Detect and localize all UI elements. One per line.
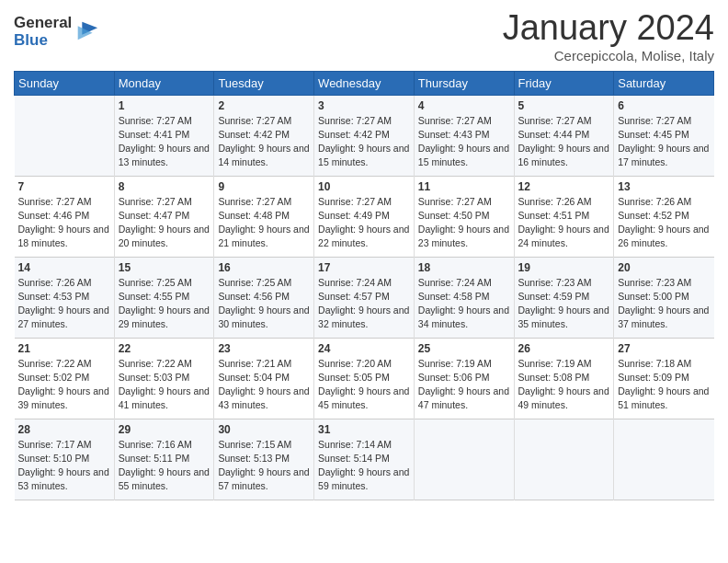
day-number: 3	[318, 99, 410, 112]
cell-text: Sunrise: 7:22 AMSunset: 5:03 PMDaylight:…	[119, 358, 210, 411]
cell-text: Sunrise: 7:19 AMSunset: 5:08 PMDaylight:…	[518, 358, 609, 411]
location: Cercepiccola, Molise, Italy	[503, 48, 714, 63]
day-number: 18	[418, 261, 510, 274]
calendar-cell: 10Sunrise: 7:27 AMSunset: 4:49 PMDayligh…	[314, 176, 415, 257]
calendar-week-row: 14Sunrise: 7:26 AMSunset: 4:53 PMDayligh…	[15, 257, 714, 338]
day-number: 23	[218, 342, 310, 355]
day-number: 6	[618, 99, 710, 112]
cell-text: Sunrise: 7:25 AMSunset: 4:56 PMDaylight:…	[218, 277, 309, 330]
weekday-header-saturday: Saturday	[614, 71, 714, 95]
cell-text: Sunrise: 7:24 AMSunset: 4:57 PMDaylight:…	[318, 277, 409, 330]
day-number: 13	[618, 180, 710, 193]
calendar-cell: 16Sunrise: 7:25 AMSunset: 4:56 PMDayligh…	[214, 257, 314, 338]
calendar-cell: 27Sunrise: 7:18 AMSunset: 5:09 PMDayligh…	[614, 338, 714, 419]
day-number: 28	[18, 423, 110, 436]
day-number: 12	[518, 180, 610, 193]
calendar-cell	[514, 419, 614, 500]
calendar-cell: 24Sunrise: 7:20 AMSunset: 5:05 PMDayligh…	[314, 338, 415, 419]
day-number: 1	[119, 99, 210, 112]
calendar-week-row: 21Sunrise: 7:22 AMSunset: 5:02 PMDayligh…	[15, 338, 714, 419]
day-number: 14	[18, 261, 110, 274]
calendar-cell: 17Sunrise: 7:24 AMSunset: 4:57 PMDayligh…	[314, 257, 415, 338]
calendar-week-row: 1Sunrise: 7:27 AMSunset: 4:41 PMDaylight…	[15, 95, 714, 176]
day-number: 10	[318, 180, 410, 193]
weekday-header-monday: Monday	[114, 71, 214, 95]
calendar-cell: 30Sunrise: 7:15 AMSunset: 5:13 PMDayligh…	[214, 419, 314, 500]
calendar-cell: 2Sunrise: 7:27 AMSunset: 4:42 PMDaylight…	[214, 95, 314, 176]
calendar-cell	[15, 95, 115, 176]
calendar-cell: 23Sunrise: 7:21 AMSunset: 5:04 PMDayligh…	[214, 338, 314, 419]
cell-text: Sunrise: 7:27 AMSunset: 4:43 PMDaylight:…	[418, 115, 509, 168]
cell-text: Sunrise: 7:16 AMSunset: 5:11 PMDaylight:…	[119, 439, 210, 492]
cell-text: Sunrise: 7:19 AMSunset: 5:06 PMDaylight:…	[418, 358, 509, 411]
calendar-cell: 19Sunrise: 7:23 AMSunset: 4:59 PMDayligh…	[514, 257, 614, 338]
day-number: 7	[18, 180, 110, 193]
calendar-cell	[414, 419, 514, 500]
cell-text: Sunrise: 7:24 AMSunset: 4:58 PMDaylight:…	[418, 277, 509, 330]
calendar-cell: 4Sunrise: 7:27 AMSunset: 4:43 PMDaylight…	[414, 95, 514, 176]
cell-text: Sunrise: 7:15 AMSunset: 5:13 PMDaylight:…	[218, 439, 309, 492]
cell-text: Sunrise: 7:27 AMSunset: 4:44 PMDaylight:…	[518, 115, 609, 168]
logo-text: General Blue	[14, 15, 72, 49]
day-number: 11	[418, 180, 510, 193]
day-number: 19	[518, 261, 610, 274]
weekday-header-friday: Friday	[514, 71, 614, 95]
cell-text: Sunrise: 7:25 AMSunset: 4:55 PMDaylight:…	[119, 277, 210, 330]
calendar-cell: 12Sunrise: 7:26 AMSunset: 4:51 PMDayligh…	[514, 176, 614, 257]
day-number: 21	[18, 342, 110, 355]
calendar-cell: 29Sunrise: 7:16 AMSunset: 5:11 PMDayligh…	[114, 419, 214, 500]
calendar-week-row: 28Sunrise: 7:17 AMSunset: 5:10 PMDayligh…	[15, 419, 714, 500]
calendar-cell: 11Sunrise: 7:27 AMSunset: 4:50 PMDayligh…	[414, 176, 514, 257]
page-header: General Blue January 2024 Cercepiccola, …	[14, 9, 714, 63]
calendar-week-row: 7Sunrise: 7:27 AMSunset: 4:46 PMDaylight…	[15, 176, 714, 257]
day-number: 9	[218, 180, 310, 193]
cell-text: Sunrise: 7:27 AMSunset: 4:48 PMDaylight:…	[218, 196, 309, 249]
weekday-header-tuesday: Tuesday	[214, 71, 314, 95]
day-number: 29	[119, 423, 210, 436]
cell-text: Sunrise: 7:27 AMSunset: 4:49 PMDaylight:…	[318, 196, 409, 249]
calendar-cell: 21Sunrise: 7:22 AMSunset: 5:02 PMDayligh…	[15, 338, 115, 419]
cell-text: Sunrise: 7:17 AMSunset: 5:10 PMDaylight:…	[18, 439, 109, 492]
calendar-cell: 26Sunrise: 7:19 AMSunset: 5:08 PMDayligh…	[514, 338, 614, 419]
day-number: 20	[618, 261, 710, 274]
day-number: 2	[218, 99, 310, 112]
cell-text: Sunrise: 7:26 AMSunset: 4:52 PMDaylight:…	[618, 196, 709, 249]
calendar-cell: 13Sunrise: 7:26 AMSunset: 4:52 PMDayligh…	[614, 176, 714, 257]
day-number: 24	[318, 342, 410, 355]
weekday-header-thursday: Thursday	[414, 71, 514, 95]
day-number: 8	[119, 180, 210, 193]
cell-text: Sunrise: 7:14 AMSunset: 5:14 PMDaylight:…	[318, 439, 409, 492]
title-block: January 2024 Cercepiccola, Molise, Italy	[503, 9, 714, 63]
day-number: 30	[218, 423, 310, 436]
day-number: 17	[318, 261, 410, 274]
cell-text: Sunrise: 7:27 AMSunset: 4:42 PMDaylight:…	[318, 115, 409, 168]
weekday-header-row: SundayMondayTuesdayWednesdayThursdayFrid…	[15, 71, 714, 95]
cell-text: Sunrise: 7:27 AMSunset: 4:42 PMDaylight:…	[218, 115, 309, 168]
calendar-table: SundayMondayTuesdayWednesdayThursdayFrid…	[14, 71, 714, 500]
cell-text: Sunrise: 7:27 AMSunset: 4:50 PMDaylight:…	[418, 196, 509, 249]
day-number: 27	[618, 342, 710, 355]
day-number: 15	[119, 261, 210, 274]
calendar-cell: 25Sunrise: 7:19 AMSunset: 5:06 PMDayligh…	[414, 338, 514, 419]
logo-icon	[74, 17, 99, 43]
cell-text: Sunrise: 7:18 AMSunset: 5:09 PMDaylight:…	[618, 358, 709, 411]
calendar-cell: 18Sunrise: 7:24 AMSunset: 4:58 PMDayligh…	[414, 257, 514, 338]
day-number: 26	[518, 342, 610, 355]
calendar-cell: 22Sunrise: 7:22 AMSunset: 5:03 PMDayligh…	[114, 338, 214, 419]
day-number: 5	[518, 99, 610, 112]
calendar-cell: 1Sunrise: 7:27 AMSunset: 4:41 PMDaylight…	[114, 95, 214, 176]
calendar-cell: 3Sunrise: 7:27 AMSunset: 4:42 PMDaylight…	[314, 95, 415, 176]
cell-text: Sunrise: 7:21 AMSunset: 5:04 PMDaylight:…	[218, 358, 309, 411]
calendar-cell: 6Sunrise: 7:27 AMSunset: 4:45 PMDaylight…	[614, 95, 714, 176]
cell-text: Sunrise: 7:27 AMSunset: 4:45 PMDaylight:…	[618, 115, 709, 168]
cell-text: Sunrise: 7:27 AMSunset: 4:46 PMDaylight:…	[18, 196, 109, 249]
calendar-cell: 15Sunrise: 7:25 AMSunset: 4:55 PMDayligh…	[114, 257, 214, 338]
day-number: 25	[418, 342, 510, 355]
month-title: January 2024	[503, 9, 714, 48]
calendar-cell: 7Sunrise: 7:27 AMSunset: 4:46 PMDaylight…	[15, 176, 115, 257]
day-number: 4	[418, 99, 510, 112]
calendar-cell: 14Sunrise: 7:26 AMSunset: 4:53 PMDayligh…	[15, 257, 115, 338]
calendar-cell	[614, 419, 714, 500]
logo-blue: Blue	[14, 32, 72, 50]
weekday-header-sunday: Sunday	[15, 71, 115, 95]
